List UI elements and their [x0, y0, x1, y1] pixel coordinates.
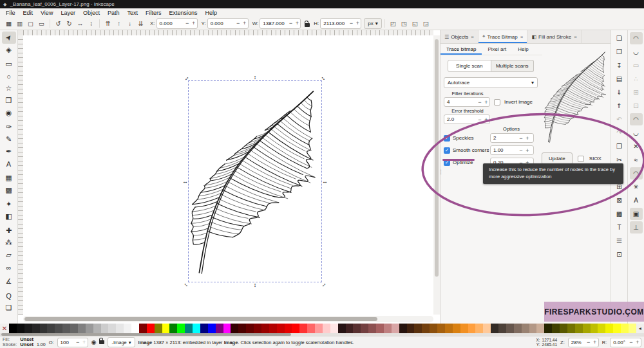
color-swatch-34[interactable] — [269, 324, 277, 333]
color-swatch-44[interactable] — [346, 324, 354, 333]
color-swatch-42[interactable] — [330, 324, 338, 333]
x-value[interactable]: 0.000 — [157, 21, 184, 26]
smooth-corners-value[interactable]: 1.00 — [491, 147, 518, 153]
selector-tool[interactable]: ➤ — [2, 32, 16, 44]
speckles-increment[interactable]: + — [524, 135, 531, 142]
panel-splitter-handle[interactable]: ⋮ — [438, 169, 444, 175]
color-swatch-65[interactable] — [506, 324, 514, 333]
color-swatch-17[interactable] — [139, 324, 147, 333]
menu-view[interactable]: View — [37, 10, 57, 16]
color-swatch-46[interactable] — [361, 324, 368, 333]
rotation-increment[interactable]: + — [634, 339, 641, 345]
color-swatch-0[interactable] — [9, 324, 17, 333]
node-tool[interactable]: ◈ — [2, 44, 16, 56]
color-swatch-76[interactable] — [591, 324, 598, 333]
select-all-button[interactable]: ▦ — [3, 18, 14, 28]
connector-tool[interactable]: ∞ — [2, 261, 16, 273]
opacity-input[interactable]: 100 − + — [57, 338, 88, 347]
color-swatch-10[interactable] — [86, 324, 93, 333]
filter-iterations-input[interactable]: 4 − + — [444, 97, 490, 107]
error-threshold-input[interactable]: 2.0 − + — [444, 114, 490, 124]
align-dialog-button[interactable]: ☰ — [613, 235, 626, 247]
filter-iterations-value[interactable]: 4 — [444, 99, 477, 105]
color-swatch-49[interactable] — [384, 324, 392, 333]
color-swatch-50[interactable] — [392, 324, 399, 333]
color-swatch-8[interactable] — [70, 324, 78, 333]
y-input[interactable]: 0.000 − + — [207, 18, 249, 29]
color-swatch-55[interactable] — [430, 324, 437, 333]
color-swatch-79[interactable] — [613, 324, 621, 333]
multiple-scans-button[interactable]: Multiple scans — [491, 60, 535, 72]
color-swatch-11[interactable] — [93, 324, 101, 333]
color-swatch-23[interactable] — [185, 324, 193, 333]
box3d-tool[interactable]: ❒ — [2, 95, 16, 107]
color-swatch-66[interactable] — [514, 324, 522, 333]
dock-tab-fill-and-stroke[interactable]: ◧Fill and Stroke× — [527, 30, 581, 43]
palette-scroll-left-icon[interactable]: ◂ — [636, 324, 644, 333]
text-dialog-button[interactable]: T — [613, 221, 626, 234]
menu-filters[interactable]: Filters — [142, 10, 166, 16]
x-increment[interactable]: + — [191, 20, 197, 26]
width-input[interactable]: 1387.000 − + — [260, 18, 301, 29]
zoom-drawing-button[interactable]: ⊡ — [613, 248, 626, 261]
color-swatch-6[interactable] — [55, 324, 62, 333]
color-swatch-26[interactable] — [208, 324, 216, 333]
tab-trace-bitmap[interactable]: Trace bitmap — [440, 43, 482, 55]
copy-button[interactable]: ❐ — [613, 140, 626, 152]
color-swatch-60[interactable] — [468, 324, 476, 333]
clone-button[interactable]: ⊠ — [613, 194, 626, 206]
color-swatch-67[interactable] — [522, 324, 529, 333]
rotation-decrement[interactable]: − — [628, 339, 634, 345]
y-increment[interactable]: + — [242, 20, 248, 26]
color-swatch-1[interactable] — [17, 324, 24, 333]
import-button[interactable]: ⇓ — [613, 86, 626, 98]
group-button[interactable]: ▩ — [613, 208, 626, 220]
color-swatch-22[interactable] — [177, 324, 185, 333]
snap-bbox-corners-toggle[interactable]: ∴ — [630, 73, 643, 85]
snap-midpoints-toggle[interactable]: ◠ — [630, 167, 643, 179]
width-decrement[interactable]: − — [287, 20, 294, 26]
color-swatch-80[interactable] — [621, 324, 629, 333]
tab-pixel-art[interactable]: Pixel art — [482, 43, 512, 55]
color-swatch-7[interactable] — [62, 324, 70, 333]
unit-dropdown[interactable]: px ▾ — [364, 18, 381, 29]
smooth-corners-decrement[interactable]: − — [518, 147, 524, 154]
rotate-cw-button[interactable]: ↻ — [64, 18, 75, 28]
speckles-checkbox[interactable]: ✓ — [444, 135, 450, 142]
color-swatch-64[interactable] — [498, 324, 506, 333]
spray-tool[interactable]: ⁂ — [2, 237, 16, 249]
color-swatch-32[interactable] — [254, 324, 261, 333]
color-swatch-21[interactable] — [169, 324, 177, 333]
zoom-input[interactable]: 28% − + — [568, 338, 599, 347]
zoom-tool[interactable]: Q — [2, 289, 16, 302]
menu-edit[interactable]: Edit — [19, 10, 37, 16]
color-swatch-13[interactable] — [108, 324, 116, 333]
color-swatch-73[interactable] — [567, 324, 575, 333]
selection-touch-button[interactable]: ▭ — [36, 18, 47, 28]
scale-handle-top-left[interactable]: ↔ — [182, 74, 191, 82]
color-swatch-40[interactable] — [315, 324, 323, 333]
menu-path[interactable]: Path — [104, 10, 124, 16]
eraser-tool[interactable]: ▱ — [2, 249, 16, 261]
undo-button[interactable]: ↶ — [613, 113, 626, 125]
lower-to-bottom-button[interactable]: ⇊ — [135, 18, 146, 28]
flip-horizontal-button[interactable]: ↔ — [75, 18, 86, 28]
color-swatch-74[interactable] — [575, 324, 583, 333]
color-swatch-15[interactable] — [124, 324, 131, 333]
opacity-value[interactable]: 100 — [58, 340, 75, 345]
snap-grid-guide-toggle[interactable]: ⊥ — [630, 221, 643, 234]
color-swatch-4[interactable] — [40, 324, 48, 333]
color-swatch-43[interactable] — [338, 324, 346, 333]
scale-handle-right[interactable]: ↔ — [322, 179, 328, 185]
color-swatch-36[interactable] — [285, 324, 292, 333]
x-decrement[interactable]: − — [184, 20, 191, 26]
snap-path-intersections-toggle[interactable]: ✕ — [630, 140, 643, 152]
snap-nodes-toggle[interactable]: ◠ — [630, 113, 643, 125]
color-swatch-45[interactable] — [353, 324, 361, 333]
menu-help[interactable]: Help — [201, 10, 221, 16]
color-swatch-71[interactable] — [552, 324, 560, 333]
close-icon[interactable]: × — [574, 34, 577, 40]
menu-extensions[interactable]: Extensions — [165, 10, 201, 16]
layer-selector[interactable]: -Image ▾ — [108, 337, 135, 347]
gradient-tool[interactable]: ▦ — [2, 172, 16, 184]
